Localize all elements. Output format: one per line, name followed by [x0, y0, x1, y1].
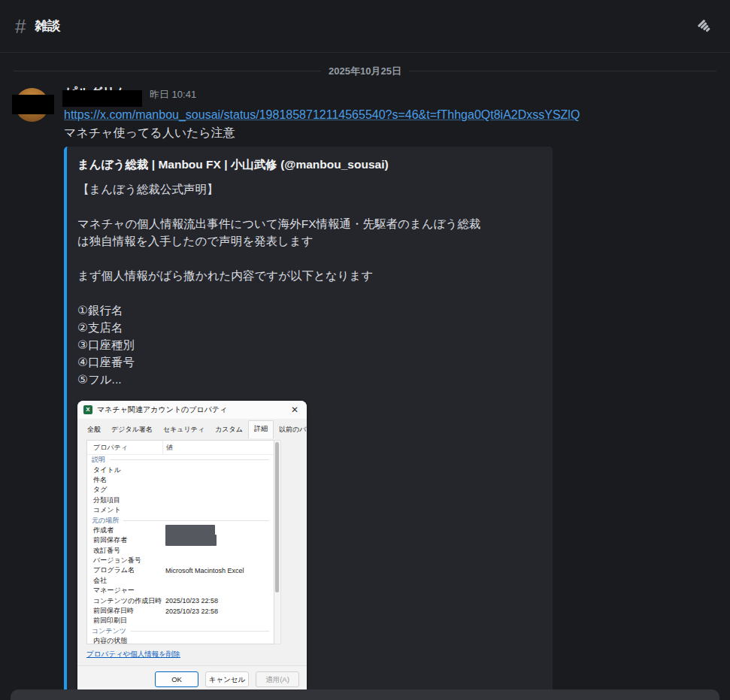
username-redaction-box — [62, 90, 142, 107]
property-value: Microsoft Macintosh Excel — [162, 567, 274, 574]
property-row: 作成者 — [87, 526, 274, 535]
chat-message: ピルグリム 昨日 10:41 https://x.com/manbou_sous… — [0, 85, 730, 700]
property-row: 前回保存日時2025/10/23 22:58 — [87, 606, 274, 616]
avatar[interactable] — [15, 88, 49, 122]
embed-description: 【まんぼう総裁公式声明】 マネチャの個人情報流出事件について海外FX情報通・先駆… — [77, 180, 541, 388]
property-row: 前回保存者 — [87, 535, 274, 545]
scrollbar-thumb — [275, 442, 279, 592]
property-row: プログラム名Microsoft Macintosh Excel — [87, 565, 274, 575]
embed-description-line: ③口座種別 — [77, 336, 541, 353]
section-label: コンテンツ — [87, 626, 126, 636]
cancel-button: キャンセル — [205, 671, 249, 687]
property-label: 前回保存日時 — [87, 606, 162, 616]
message-link[interactable]: https://x.com/manbou_sousai/status/19818… — [64, 105, 718, 124]
property-row: マネージャー — [87, 586, 274, 595]
property-row: タグ — [87, 485, 274, 495]
dialog-list-wrap: プロパティ 値 説明タイトル件名タグ分類項目コメント元の場所作成者前回保存者改訂… — [86, 440, 307, 644]
property-row: コメント — [87, 505, 274, 515]
property-label: 件名 — [87, 475, 162, 485]
property-value: 2025/10/23 22:58 — [162, 597, 274, 605]
embed-description-line — [77, 250, 541, 267]
property-label: 作成者 — [87, 526, 162, 535]
dialog-tab: 以前のバージョン — [274, 422, 307, 438]
property-row: 会社 — [87, 576, 274, 586]
property-row: 前回印刷日 — [87, 616, 274, 626]
property-row: コンテンツの作成日時2025/10/23 22:58 — [87, 595, 274, 605]
property-label: 分類項目 — [87, 495, 162, 505]
property-row: 改訂番号 — [87, 546, 274, 556]
dialog-titlebar: X マネチャ関連アカウントのプロパティ ✕ — [77, 401, 307, 419]
channel-hash-icon: # — [15, 17, 26, 36]
remove-properties-link: プロパティや個人情報を削除 — [86, 650, 180, 659]
threads-icon[interactable] — [694, 16, 715, 37]
message-body: ピルグリム 昨日 10:41 https://x.com/manbou_sous… — [64, 85, 718, 700]
close-icon: ✕ — [289, 405, 301, 415]
property-rows: 説明タイトル件名タグ分類項目コメント元の場所作成者前回保存者改訂番号バージョン番… — [87, 455, 274, 644]
property-row: 分類項目 — [87, 495, 274, 505]
tweet-embed: まんぼう総裁 | Manbou FX | 小山武修 (@manbou_sousa… — [64, 147, 553, 700]
embed-description-line: ④口座番号 — [77, 353, 541, 371]
property-row: 内容の状態 — [87, 636, 274, 644]
divider-line-right — [409, 71, 716, 71]
discord-app: # 雑談 2025年10月25日 ピルグリム — [0, 0, 730, 700]
property-section: 元の場所 — [87, 515, 274, 525]
scrollbar — [274, 440, 281, 644]
property-label: バージョン番号 — [87, 556, 162, 565]
property-label: 前回保存者 — [87, 535, 162, 545]
properties-dialog: X マネチャ関連アカウントのプロパティ ✕ 全般デジタル署名セキュリティカスタム… — [77, 401, 307, 693]
embed-description-line — [77, 284, 541, 302]
dialog-tab: デジタル署名 — [106, 422, 158, 438]
property-row: タイトル — [87, 465, 274, 474]
property-label: 内容の状態 — [87, 636, 162, 644]
section-rule — [131, 631, 269, 632]
property-row: 件名 — [87, 475, 274, 485]
embed-description-line: ①銀行名 — [77, 302, 541, 319]
dialog-tabs: 全般デジタル署名セキュリティカスタム詳細以前のバージョン — [77, 419, 307, 438]
property-label: 前回印刷日 — [87, 616, 162, 626]
property-label: 会社 — [87, 576, 162, 586]
property-list-header: プロパティ 値 — [87, 441, 274, 455]
embed-description-line: マネチャの個人情報流出事件について海外FX情報通・先駆者のまんぼう総裁 — [77, 215, 541, 232]
column-property: プロパティ — [87, 443, 162, 453]
message-input[interactable] — [11, 689, 719, 700]
username[interactable]: ピルグリム — [64, 85, 142, 105]
section-rule — [123, 520, 269, 521]
property-label: コンテンツの作成日時 — [87, 596, 162, 606]
embed-description-line: ⑤フル... — [77, 371, 541, 388]
dialog-tab: 全般 — [82, 422, 106, 438]
avatar-redaction-box — [12, 95, 54, 114]
property-label: プログラム名 — [87, 565, 162, 575]
embed-author-title[interactable]: まんぼう総裁 | Manbou FX | 小山武修 (@manbou_sousa… — [77, 156, 541, 173]
channel-header: # 雑談 — [0, 0, 730, 53]
embed-description-line — [77, 198, 541, 215]
embed-description-line: まず個人情報がばら撒かれた内容ですが以下となります — [77, 267, 541, 284]
property-section: 説明 — [87, 455, 274, 465]
channel-name: 雑談 — [35, 17, 60, 35]
property-value: 2025/10/23 22:58 — [162, 608, 274, 615]
column-value: 値 — [162, 441, 274, 454]
embed-image-properties-dialog[interactable]: X マネチャ関連アカウントのプロパティ ✕ 全般デジタル署名セキュリティカスタム… — [77, 401, 307, 693]
embed-description-line: ②支店名 — [77, 319, 541, 336]
excel-icon: X — [83, 405, 92, 414]
property-label: コメント — [87, 505, 162, 515]
section-rule — [110, 459, 269, 460]
message-text: マネチャ使ってる人いたら注意 — [64, 124, 718, 142]
divider-date: 2025年10月25日 — [321, 65, 409, 78]
property-label: タイトル — [87, 465, 162, 475]
property-label: 改訂番号 — [87, 546, 162, 556]
property-list: プロパティ 値 説明タイトル件名タグ分類項目コメント元の場所作成者前回保存者改訂… — [86, 440, 274, 644]
dialog-tab: セキュリティ — [158, 422, 210, 438]
section-label: 説明 — [87, 455, 105, 465]
property-row: バージョン番号 — [87, 556, 274, 565]
message-timestamp: 昨日 10:41 — [150, 88, 196, 102]
section-label: 元の場所 — [87, 516, 119, 526]
embed-description-line: は独自情報を入手したので声明を発表します — [77, 232, 541, 250]
message-header: ピルグリム 昨日 10:41 — [64, 85, 718, 105]
dialog-tab: 詳細 — [248, 420, 274, 438]
apply-button: 適用(A) — [256, 671, 299, 687]
divider-line-left — [14, 71, 321, 71]
dialog-tab: カスタム — [210, 422, 248, 438]
embed-description-line: 【まんぼう総裁公式声明】 — [77, 180, 541, 198]
property-label: タグ — [87, 485, 162, 495]
dialog-title: マネチャ関連アカウントのプロパティ — [97, 405, 289, 415]
